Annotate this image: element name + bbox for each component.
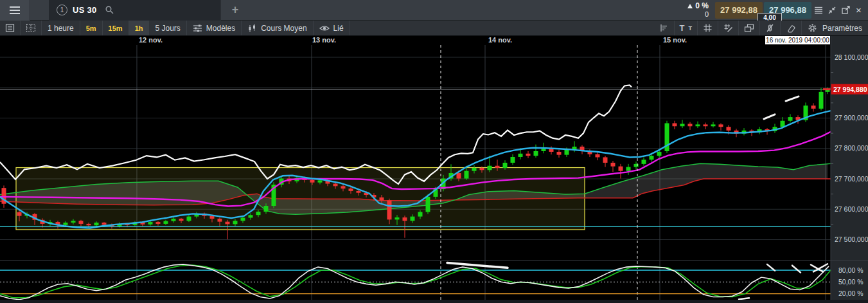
collapse-icon[interactable] xyxy=(825,0,838,21)
price-axis-label: 27 500,000 xyxy=(835,235,868,243)
price-chart[interactable]: 12 nov.13 nov.14 nov.15 nov.16 nov. 2019… xyxy=(0,0,868,303)
price-axis-label: 27 800,000 xyxy=(835,144,868,152)
range-button[interactable]: 5 Jours xyxy=(149,21,186,35)
price-axis-label: 27 900,000 xyxy=(835,114,868,122)
price-axis-label: 28 100,000 xyxy=(835,53,868,61)
osc-axis-label: 20,00 % xyxy=(838,289,864,297)
date-label: 14 nov. xyxy=(488,36,512,44)
svg-text:27 994,880: 27 994,880 xyxy=(833,86,867,93)
timeframe-15m-button[interactable]: 15m xyxy=(103,21,129,35)
chart-tab-us30[interactable]: 1 US 30 xyxy=(49,0,221,21)
text-tool-icon: T xyxy=(680,23,685,33)
window-menu-icon[interactable] xyxy=(811,0,825,21)
up-triangle-icon xyxy=(687,4,693,8)
range-label: 5 Jours xyxy=(155,24,180,33)
add-chart-tab-button[interactable]: + xyxy=(221,3,249,17)
price-axis-label: 27 700,000 xyxy=(835,175,868,183)
chart-toolbar: 1 heure 5m 15m 1h 5 Jours Modèles Cours … xyxy=(0,21,868,36)
linked-button[interactable]: Lié xyxy=(314,21,350,35)
average-price-button[interactable]: Cours Moyen xyxy=(242,21,313,35)
layout-button[interactable] xyxy=(21,21,42,35)
candles-icon xyxy=(247,23,257,33)
eraser-button[interactable] xyxy=(781,21,802,35)
date-label: 15 nov. xyxy=(663,36,687,44)
settings-button[interactable]: Paramètres xyxy=(802,21,868,35)
legend-button[interactable] xyxy=(0,21,21,35)
text-tool-button[interactable]: TT xyxy=(675,21,698,35)
models-label: Modèles xyxy=(206,24,235,33)
volume-profile-button[interactable] xyxy=(654,21,675,35)
change-points: 0 xyxy=(687,10,709,19)
title-bar: 1 US 30 + 0 % 0 27 992,88 27 996,88 4,00 xyxy=(0,0,868,21)
date-label: 13 nov. xyxy=(312,36,336,44)
search-icon[interactable] xyxy=(105,5,114,15)
date-label: 12 nov. xyxy=(139,36,163,44)
candle-style-button[interactable] xyxy=(760,21,781,35)
svg-text:16 nov. 2019 04:00:00: 16 nov. 2019 04:00:00 xyxy=(766,37,829,44)
chart-number-badge: 1 xyxy=(57,5,67,15)
hamburger-icon xyxy=(10,10,20,11)
settings-label: Paramètres xyxy=(822,24,862,33)
eye-icon xyxy=(319,24,330,32)
price-axis-label: 27 600,000 xyxy=(835,205,868,213)
osc-axis-label: 80,00 % xyxy=(838,266,864,274)
interval-button[interactable]: 1 heure xyxy=(42,21,80,35)
linked-label: Lié xyxy=(333,24,344,33)
gear-icon xyxy=(808,23,817,33)
grid-button[interactable] xyxy=(698,21,718,35)
windows-button[interactable] xyxy=(739,21,760,35)
tab-symbol: US 30 xyxy=(73,5,97,15)
osc-axis-label: 50,00 % xyxy=(838,278,864,286)
timeframe-5m-button[interactable]: 5m xyxy=(80,21,103,35)
bottom-strip xyxy=(0,300,868,303)
interval-label: 1 heure xyxy=(48,24,74,33)
sell-price-button[interactable]: 27 992,88 xyxy=(715,2,763,19)
popout-icon[interactable] xyxy=(838,0,852,21)
change-percent: 0 % xyxy=(695,2,709,10)
close-icon[interactable]: × xyxy=(852,0,865,21)
average-price-label: Cours Moyen xyxy=(261,24,306,33)
draw-grid-button[interactable] xyxy=(718,21,739,35)
menu-button[interactable] xyxy=(0,0,30,21)
sliders-icon xyxy=(193,23,202,33)
daily-change: 0 % 0 xyxy=(687,2,715,19)
toolbar-spacer xyxy=(350,21,654,35)
timeframe-1h-button[interactable]: 1h xyxy=(129,21,150,35)
models-button[interactable]: Modèles xyxy=(187,21,242,35)
